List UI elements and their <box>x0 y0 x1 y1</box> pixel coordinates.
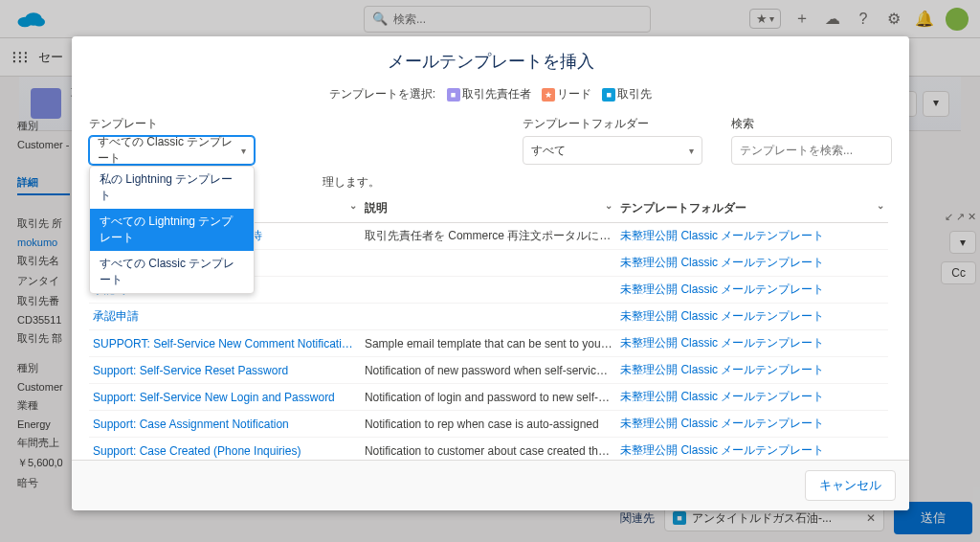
global-search-input[interactable] <box>393 12 642 26</box>
template-name-link[interactable]: Support: Self-Service New Login and Pass… <box>89 384 361 411</box>
favorites-menu[interactable]: ★▾ <box>749 9 781 29</box>
template-filter-label: テンプレート <box>89 116 255 132</box>
svg-point-2 <box>33 17 45 26</box>
table-row[interactable]: 承認申請未整理公開 Classic メールテンプレート <box>89 304 888 330</box>
table-row[interactable]: Support: Self-Service Reset PasswordNoti… <box>89 357 888 384</box>
sort-icon: ⌄ <box>349 200 357 211</box>
template-desc: Notification to customer about case crea… <box>361 438 616 461</box>
dropdown-item[interactable]: すべての Classic テンプレート <box>90 251 254 293</box>
template-folder-link[interactable]: 未整理公開 Classic メールテンプレート <box>616 250 888 277</box>
chevron-down-icon: ▾ <box>241 146 246 156</box>
field-label: 取引先 部 <box>17 331 70 346</box>
modal-insert-email-template: メールテンプレートを挿入 テンプレートを選択: ■取引先責任者 ★リード ■取引… <box>72 36 909 510</box>
field-value: アンタイ <box>17 274 70 288</box>
col-desc[interactable]: 説明⌄ <box>361 194 616 223</box>
chevron-down-icon: ▾ <box>769 13 774 24</box>
template-name-link[interactable]: 承認申請 <box>89 304 361 330</box>
template-desc: Notification to rep when case is auto-as… <box>361 411 616 438</box>
field-value: Customer <box>17 381 70 393</box>
notification-icon[interactable]: 🔔 <box>915 10 934 29</box>
field-type-label: 種別 <box>17 119 70 133</box>
search-icon: 🔍 <box>372 11 388 26</box>
account-icon: ■ <box>673 511 686 525</box>
to-field-caret[interactable]: ▾ <box>949 231 976 254</box>
table-row[interactable]: Support: Self-Service New Login and Pass… <box>89 384 888 411</box>
detail-tab[interactable]: 詳細 <box>17 175 70 195</box>
dropdown-item[interactable]: すべての Lightning テンプレート <box>90 209 254 251</box>
app-name: セー <box>38 49 63 66</box>
panel-controls[interactable]: ↙ ↗ ✕ <box>945 211 976 223</box>
account-icon: ■ <box>602 88 615 102</box>
field-type-value: Customer - <box>17 139 70 150</box>
field-label: 業種 <box>17 398 70 413</box>
search-filter-label: 検索 <box>731 116 892 132</box>
template-filter-select[interactable]: すべての Classic テンプレート ▾ 私の Lightning テンプレー… <box>89 136 255 165</box>
field-value[interactable]: mokumo <box>17 237 70 248</box>
template-folder-link[interactable]: 未整理公開 Classic メールテンプレート <box>616 357 888 384</box>
template-desc: 取引先責任者を Commerce 再注文ポータルに招待します。 <box>361 223 616 250</box>
global-search[interactable]: 🔍 <box>364 6 651 33</box>
template-name-link[interactable]: Support: Case Created (Phone Inquiries) <box>89 438 361 461</box>
col-folder[interactable]: テンプレートフォルダー⌄ <box>616 194 888 223</box>
dropdown-item[interactable]: 私の Lightning テンプレート <box>90 167 254 209</box>
field-label: 種別 <box>17 361 70 375</box>
field-label: 取引先番 <box>17 294 70 308</box>
template-name-link[interactable]: Support: Case Assignment Notification <box>89 411 361 438</box>
related-label: 関連先 <box>620 510 655 527</box>
modal-subtitle: テンプレートを選択: ■取引先責任者 ★リード ■取引先 <box>72 80 909 116</box>
field-value: ￥5,600,0 <box>17 456 70 470</box>
help-icon[interactable]: ? <box>854 10 873 29</box>
lead-icon: ★ <box>542 88 555 102</box>
folder-filter-label: テンプレートフォルダー <box>523 116 702 132</box>
template-folder-link[interactable]: 未整理公開 Classic メールテンプレート <box>616 277 888 304</box>
chevron-down-icon: ▾ <box>689 146 694 156</box>
template-folder-link[interactable]: 未整理公開 Classic メールテンプレート <box>616 438 888 461</box>
field-value: CD35511 <box>17 314 70 326</box>
sort-icon: ⌄ <box>877 200 884 211</box>
template-folder-link[interactable]: 未整理公開 Classic メールテンプレート <box>616 330 888 357</box>
field-label: 取引先名 <box>17 254 70 268</box>
field-label: 暗号 <box>17 476 70 490</box>
template-search-input[interactable] <box>731 136 892 165</box>
global-header: 🔍 ★▾ ＋ ☁ ? ⚙ 🔔 <box>0 0 980 38</box>
contact-icon: ■ <box>447 88 460 102</box>
clear-icon[interactable]: ✕ <box>866 511 876 525</box>
salesforce-logo <box>11 6 50 33</box>
star-icon: ★ <box>756 11 768 26</box>
template-desc: Notification of login and password to ne… <box>361 384 616 411</box>
modal-title: メールテンプレートを挿入 <box>72 50 909 73</box>
cc-button[interactable]: Cc <box>941 261 976 284</box>
field-label: 取引先 所 <box>17 216 70 231</box>
template-folder-link[interactable]: 未整理公開 Classic メールテンプレート <box>616 223 888 250</box>
template-folder-link[interactable]: 未整理公開 Classic メールテンプレート <box>616 384 888 411</box>
template-desc <box>361 304 616 330</box>
table-row[interactable]: Support: Case Created (Phone Inquiries)N… <box>89 438 888 461</box>
template-name-link[interactable]: SUPPORT: Self-Service New Comment Notifi… <box>89 330 361 357</box>
account-icon <box>31 88 61 119</box>
setup-icon[interactable]: ⚙ <box>884 10 903 29</box>
folder-filter-select[interactable]: すべて ▾ <box>523 136 702 165</box>
trailhead-icon[interactable]: ☁ <box>823 10 842 29</box>
field-value: Energy <box>17 418 70 430</box>
sort-icon: ⌄ <box>605 200 612 211</box>
cancel-button[interactable]: キャンセル <box>805 470 896 501</box>
template-folder-link[interactable]: 未整理公開 Classic メールテンプレート <box>616 304 888 330</box>
table-row[interactable]: SUPPORT: Self-Service New Comment Notifi… <box>89 330 888 357</box>
user-avatar[interactable] <box>946 8 969 31</box>
app-launcher-icon[interactable]: ⁝⁝⁝ <box>11 47 29 68</box>
field-label: 年間売上 <box>17 436 70 450</box>
record-action-caret[interactable]: ▾ <box>923 91 949 117</box>
template-filter-dropdown: 私の Lightning テンプレートすべての Lightning テンプレート… <box>89 166 255 294</box>
template-folder-link[interactable]: 未整理公開 Classic メールテンプレート <box>616 411 888 438</box>
template-desc: Sample email template that can be sent t… <box>361 330 616 357</box>
template-desc: Notification of new password when self-s… <box>361 357 616 384</box>
table-row[interactable]: Support: Case Assignment NotificationNot… <box>89 411 888 438</box>
template-name-link[interactable]: Support: Self-Service Reset Password <box>89 357 361 384</box>
template-desc <box>361 250 616 277</box>
add-icon[interactable]: ＋ <box>792 10 812 29</box>
template-desc <box>361 277 616 304</box>
